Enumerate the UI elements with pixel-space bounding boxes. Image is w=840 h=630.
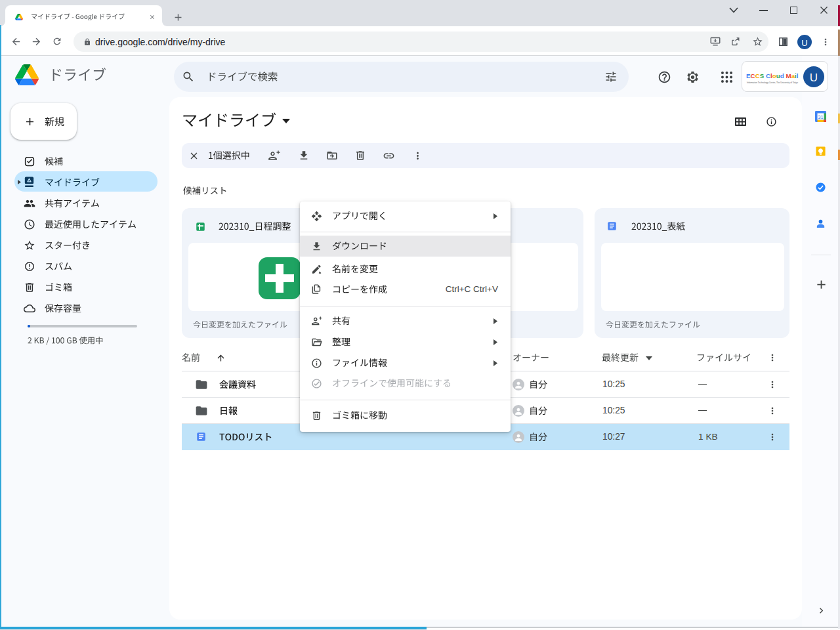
svg-text:31: 31 <box>818 115 824 120</box>
svg-text:ECCS Cloud Mail: ECCS Cloud Mail <box>746 72 799 79</box>
svg-text:Information Technology Center,: Information Technology Center, The Unive… <box>747 81 798 84</box>
